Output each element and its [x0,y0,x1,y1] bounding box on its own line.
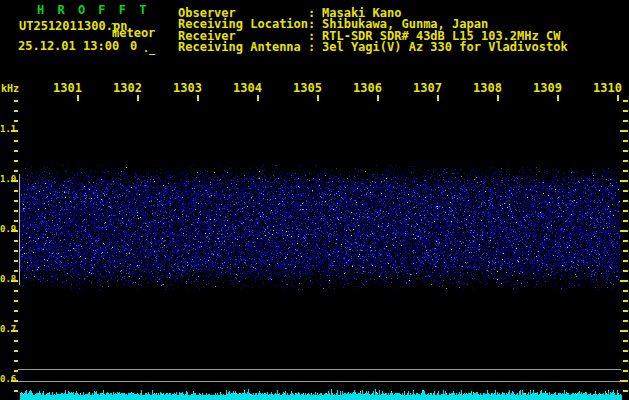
y-tick-minor-right [623,110,628,112]
y-tick-minor-right [623,160,628,162]
y-tick-minor-left [14,210,18,212]
y-tick-minor-right [623,340,628,342]
y-tick-minor-left [14,320,18,322]
y-tick-minor-right [623,100,628,102]
y-tick-major-right [620,130,628,132]
y-tick-minor-right [623,210,628,212]
y-tick-minor-left [14,140,18,142]
x-tick-label: 1303 [173,82,202,94]
y-tick-major-right [620,230,628,232]
hrofft-screen: H R O F F T UT2512011300.pn ~ meteor 25.… [0,0,629,400]
x-tick [497,95,499,101]
baseline-lower-line [18,381,621,382]
y-tick-major-right [620,330,628,332]
y-tick-label: 1.1 [0,125,16,134]
y-tick-minor-left [14,190,18,192]
y-tick-minor-right [623,360,628,362]
y-tick-minor-left [14,170,18,172]
info-label: Receiving Antenna [178,41,301,53]
y-tick-minor-right [623,220,628,222]
y-axis-unit-label: kHz [1,84,19,94]
datetime-text: 25.12.01 13:00 [18,40,119,52]
x-tick [377,95,379,101]
y-tick-minor-left [14,110,18,112]
x-tick-label: 1309 [533,82,562,94]
y-tick-minor-left [14,240,18,242]
y-tick-minor-left [14,270,18,272]
info-value: 3el Yagi(V) Az 330 for Vladivostok [322,41,568,53]
y-tick-minor-right [623,270,628,272]
comment-text: meteor [112,27,155,39]
x-tick [617,95,619,101]
info-separator: : [308,41,315,53]
y-tick-minor-left [14,370,18,372]
y-tick-minor-right [623,250,628,252]
spectrum-left-edge-line [19,174,20,285]
y-tick-minor-right [623,170,628,172]
x-tick [317,95,319,101]
y-tick-minor-left [14,300,18,302]
y-tick-major-right [620,280,628,282]
y-tick-minor-right [623,150,628,152]
echo-count-suffix: ._ [143,44,155,54]
y-tick-minor-left [14,100,18,102]
y-tick-minor-right [623,320,628,322]
x-tick [437,95,439,101]
y-tick-minor-left [14,310,18,312]
y-tick-minor-right [623,120,628,122]
y-tick-minor-left [14,250,18,252]
y-tick-major-right [620,380,628,382]
y-tick-minor-left [14,200,18,202]
x-tick-label: 1304 [233,82,262,94]
y-tick-minor-left [14,340,18,342]
y-tick-label: 1.0 [0,175,16,184]
y-tick-minor-right [623,290,628,292]
x-tick [257,95,259,101]
y-tick-minor-left [14,290,18,292]
y-tick-minor-right [623,390,628,392]
y-tick-minor-right [623,200,628,202]
signal-level-trace [20,385,622,400]
baseline-upper-line [18,369,621,370]
x-tick-label: 1301 [53,82,82,94]
y-tick-minor-left [14,120,18,122]
y-tick-label: 0.8 [0,275,16,284]
x-tick [197,95,199,101]
x-tick-label: 1310 [593,82,622,94]
y-tick-label: 0.9 [0,225,16,234]
y-tick-minor-right [623,260,628,262]
y-tick-minor-left [14,350,18,352]
y-tick-label: 0.6 [0,375,16,384]
x-tick [137,95,139,101]
y-tick-minor-left [14,160,18,162]
y-tick-minor-right [623,240,628,242]
y-tick-minor-left [14,390,18,392]
y-tick-minor-right [623,310,628,312]
app-title: H R O F F T [37,3,149,17]
y-tick-minor-right [623,350,628,352]
echo-count: 0 [130,40,137,52]
y-tick-minor-left [14,220,18,222]
x-tick-label: 1307 [413,82,442,94]
y-tick-label: 0.7 [0,325,16,334]
y-tick-minor-left [14,260,18,262]
x-tick-label: 1305 [293,82,322,94]
y-tick-minor-right [623,190,628,192]
y-tick-minor-left [14,360,18,362]
x-tick [77,95,79,101]
x-tick [557,95,559,101]
y-tick-minor-right [623,300,628,302]
x-tick-label: 1302 [113,82,142,94]
y-tick-minor-right [623,370,628,372]
y-tick-minor-right [623,140,628,142]
y-tick-major-right [620,180,628,182]
y-tick-minor-left [14,150,18,152]
spectrogram-noise-band [20,163,620,293]
x-tick-label: 1308 [473,82,502,94]
x-tick-label: 1306 [353,82,382,94]
